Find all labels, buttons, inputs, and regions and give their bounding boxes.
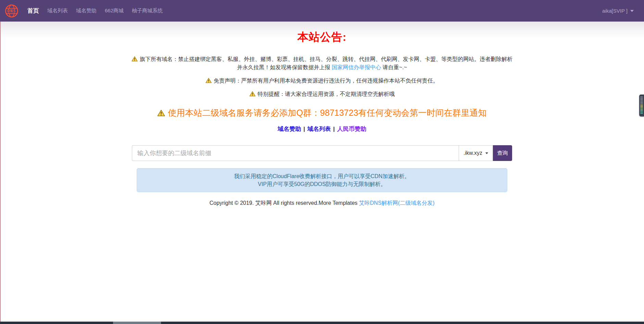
widget-stripe — [640, 109, 643, 110]
page-title: 本站公告: — [0, 30, 644, 45]
footer-site-link[interactable]: 艾咔DNS解析网(二级域名分发) — [359, 200, 434, 206]
caret-down-icon — [485, 152, 488, 154]
widget-stripe — [640, 103, 643, 104]
widget-stripe — [640, 108, 643, 108]
widget-stripe — [640, 112, 643, 112]
navbar: DNS 首页 域名列表 域名赞助 662商城 柚子商城系统 aika[SVIP … — [0, 0, 644, 22]
notice-domains-text: 旗下所有域名：禁止搭建绑定黑客、私服、外挂、赌博、彩票、挂机、挂马、分裂、跳转、… — [140, 56, 512, 70]
warning-icon — [249, 91, 256, 97]
widget-stripe — [640, 98, 643, 99]
info-line-1: 我们采用稳定的CloudFlare收费解析接口，用户可以享受CDN加速解析。 — [140, 172, 504, 180]
tld-select[interactable]: .ikw.xyz — [459, 145, 493, 161]
widget-stripe — [640, 113, 643, 114]
domain-search-group: .ikw.xyz 查询 — [132, 145, 512, 161]
nav-menu: 首页 域名列表 域名赞助 662商城 柚子商城系统 — [23, 7, 167, 15]
quick-links: 域名赞助|域名列表|人民币赞助 — [0, 125, 644, 133]
warning-icon — [132, 56, 138, 62]
logo-text: DNS — [7, 9, 16, 13]
footer: Copyright © 2019. 艾咔网 All rights reserve… — [0, 200, 644, 207]
main-content: 本站公告: 旗下所有域名：禁止搭建绑定黑客、私服、外挂、赌博、彩票、挂机、挂马、… — [0, 22, 644, 322]
nav-item-home[interactable]: 首页 — [23, 7, 43, 15]
notice-reminder-text: 特别提醒：请大家合理运用资源，不定期清理空壳解析哦 — [258, 91, 395, 97]
widget-stripe — [640, 105, 643, 105]
bottom-scrollbar[interactable] — [0, 322, 644, 324]
info-line-2: VIP用户可享受50G的DDOS防御能力与无限制解析。 — [140, 180, 504, 188]
nav-item-662-shop[interactable]: 662商城 — [101, 8, 128, 14]
widget-stripe — [640, 102, 643, 103]
notice-reminder: 特别提醒：请大家合理运用资源，不定期清理空壳解析哦 — [131, 90, 513, 98]
notice-list: 旗下所有域名：禁止搭建绑定黑客、私服、外挂、赌博、彩票、挂机、挂马、分裂、跳转、… — [131, 55, 513, 98]
notice-domains: 旗下所有域名：禁止搭建绑定黑客、私服、外挂、赌博、彩票、挂机、挂马、分裂、跳转、… — [131, 55, 513, 72]
quick-link-domain-sponsor[interactable]: 域名赞助 — [278, 126, 301, 132]
widget-stripe — [640, 99, 643, 100]
widget-stripe — [640, 101, 643, 101]
left-edge-line — [0, 22, 1, 322]
widget-stripe — [640, 97, 643, 97]
bottom-scrollbar-thumb[interactable] — [113, 322, 161, 324]
report-center-link[interactable]: 国家网信办举报中心 — [332, 64, 381, 70]
link-separator: | — [304, 126, 305, 132]
site-logo[interactable]: DNS — [5, 4, 18, 18]
nav-item-domain-list[interactable]: 域名列表 — [43, 8, 72, 14]
user-menu[interactable]: aika[SVIP ] — [602, 8, 634, 14]
info-box: 我们采用稳定的CloudFlare收费解析接口，用户可以享受CDN加速解析。 V… — [137, 168, 507, 192]
notice-disclaimer: 免责声明：严禁所有用户利用本站免费资源进行违法行为，任何违规操作本站不负任何责任… — [131, 77, 513, 85]
copyright-text: Copyright © 2019. 艾咔网 All rights reserve… — [210, 200, 359, 206]
search-button[interactable]: 查询 — [493, 145, 512, 161]
warning-icon — [206, 78, 212, 83]
qq-group-notice-text: 使用本站二级域名服务请务必添加Q群：98713723有任何变动会第一时间在群里通… — [168, 108, 487, 117]
notice-disclaimer-text: 免责声明：严禁所有用户利用本站免费资源进行违法行为，任何违规操作本站不负任何责任… — [214, 78, 438, 84]
domain-prefix-input[interactable] — [132, 145, 459, 161]
quick-link-rmb-sponsor[interactable]: 人民币赞助 — [337, 126, 366, 132]
widget-stripe — [640, 106, 643, 107]
caret-down-icon — [630, 10, 634, 12]
widget-stripe — [640, 110, 643, 111]
qq-group-notice: 使用本站二级域名服务请务必添加Q群：98713723有任何变动会第一时间在群里通… — [0, 107, 644, 119]
notice-domains-tail: 请自重~.~ — [381, 64, 407, 70]
dns-globe-icon: DNS — [5, 4, 18, 18]
nav-item-youzi-shop[interactable]: 柚子商城系统 — [128, 8, 167, 14]
quick-link-domain-list[interactable]: 域名列表 — [308, 126, 331, 132]
link-separator: | — [333, 126, 335, 132]
user-label: aika[SVIP ] — [602, 8, 628, 14]
side-widget[interactable] — [639, 95, 644, 116]
warning-icon — [157, 110, 165, 116]
nav-item-domain-sponsor[interactable]: 域名赞助 — [72, 8, 101, 14]
tld-selected-value: .ikw.xyz — [463, 150, 482, 156]
